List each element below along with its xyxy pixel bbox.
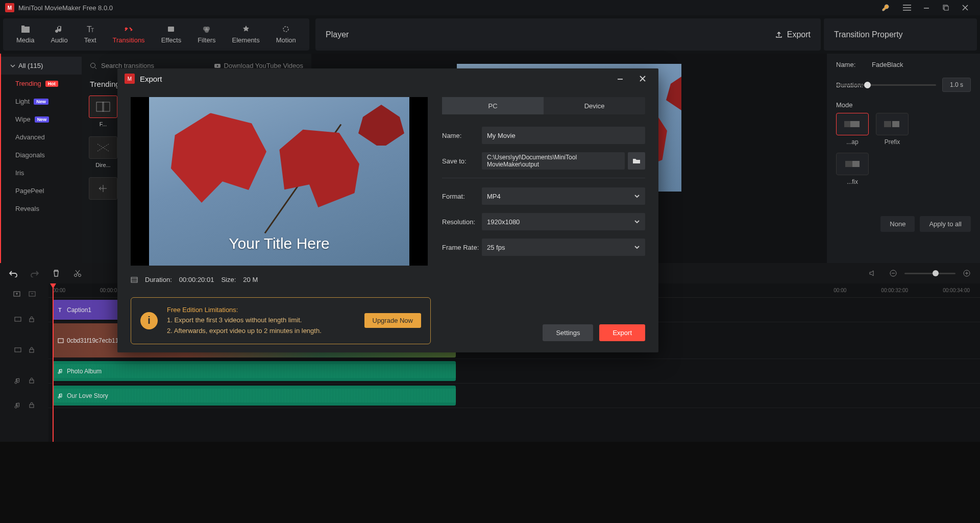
svg-point-10: [283, 27, 288, 32]
seg-pc[interactable]: PC: [442, 97, 544, 114]
audio-track-1[interactable]: Photo Album: [48, 359, 980, 384]
playhead[interactable]: [53, 283, 54, 442]
modal-close-button[interactable]: [634, 70, 651, 87]
zoom-out-icon[interactable]: [887, 267, 899, 279]
badge-new: New: [34, 99, 48, 105]
zoom-control: [887, 267, 973, 279]
svg-rect-34: [58, 339, 63, 343]
apply-all-button[interactable]: Apply to all: [920, 216, 971, 232]
transition-thumb[interactable]: [89, 177, 117, 203]
export-saveto-input[interactable]: C:\Users\yyl\Documents\MiniTool MovieMak…: [482, 152, 625, 170]
transition-thumb[interactable]: Dire...: [89, 136, 117, 168]
sidebar-item-wipe[interactable]: WipeNew: [1, 110, 82, 128]
minimize-button[interactable]: [917, 0, 936, 15]
sidebar-item-pagepeel[interactable]: PagePeel: [1, 182, 82, 200]
audio-track-icon: [14, 401, 21, 409]
sidebar-item-iris[interactable]: Iris: [1, 164, 82, 182]
app-logo-icon: M: [5, 3, 14, 12]
framerate-select[interactable]: 25 fps: [482, 239, 645, 256]
audio-clip[interactable]: Photo Album: [53, 361, 456, 381]
delete-icon[interactable]: [50, 267, 62, 279]
svg-rect-28: [30, 319, 34, 322]
property-panel: Name:FadeBlack Duration: 1.0 s Mode ...a…: [827, 54, 980, 263]
track-head-add[interactable]: [0, 287, 48, 301]
modal-minimize-button[interactable]: [611, 70, 629, 87]
tab-transitions[interactable]: Transitions: [105, 21, 153, 47]
svg-rect-29: [15, 348, 21, 352]
svg-text:T: T: [91, 28, 94, 33]
undo-icon[interactable]: [7, 267, 19, 279]
text-clip-icon: T: [58, 307, 64, 313]
tab-effects[interactable]: Effects: [153, 21, 190, 47]
modal-footer: Settings Export: [543, 324, 645, 341]
audio-detach-icon[interactable]: [866, 267, 878, 279]
duration-slider[interactable]: [836, 84, 936, 86]
modal-logo-icon: M: [125, 74, 135, 84]
badge-hot: Hot: [45, 81, 58, 87]
prop-name-value: FadeBlack: [872, 61, 903, 68]
upgrade-button[interactable]: Upgrade Now: [364, 313, 422, 328]
tab-text[interactable]: TTText: [76, 21, 105, 47]
svg-rect-6: [168, 27, 174, 32]
resolution-select[interactable]: 1920x1080: [482, 213, 645, 230]
svg-rect-30: [30, 349, 34, 352]
sidebar-item-reveals[interactable]: Reveals: [1, 200, 82, 218]
license-key-icon[interactable]: [876, 0, 895, 15]
audio-track-2[interactable]: Our Love Story: [48, 384, 980, 408]
maximize-button[interactable]: [936, 0, 955, 15]
browse-folder-button[interactable]: [628, 152, 645, 170]
tab-filters[interactable]: Filters: [189, 21, 224, 47]
text-track-icon: [14, 316, 21, 323]
export-confirm-button[interactable]: Export: [599, 324, 645, 341]
svg-point-21: [75, 274, 77, 277]
lock-icon[interactable]: [29, 377, 35, 384]
main-tabs: Media Audio TTText Transitions Effects F…: [3, 18, 309, 51]
svg-rect-20: [852, 161, 860, 167]
apply-none-button[interactable]: None: [880, 216, 915, 232]
transition-thumb[interactable]: F...: [89, 96, 117, 127]
svg-rect-17: [884, 121, 891, 127]
sidebar-item-trending[interactable]: TrendingHot: [1, 75, 82, 92]
player-header: Player Export: [315, 18, 821, 51]
audio-clip-icon: [58, 393, 64, 399]
export-link[interactable]: Export: [775, 30, 811, 39]
duration-value[interactable]: 1.0 s: [942, 78, 971, 92]
lock-icon[interactable]: [29, 316, 35, 323]
export-name-input[interactable]: My Movie: [482, 127, 645, 144]
tab-audio[interactable]: Audio: [42, 21, 76, 47]
hamburger-menu-icon[interactable]: [897, 0, 917, 15]
sidebar-item-diagonals[interactable]: Diagonals: [1, 146, 82, 164]
seg-device[interactable]: Device: [544, 97, 645, 114]
zoom-in-icon[interactable]: [961, 267, 973, 279]
format-select[interactable]: MP4: [482, 187, 645, 205]
cut-icon[interactable]: [71, 267, 84, 279]
tab-motion[interactable]: Motion: [268, 21, 304, 47]
audio-clip[interactable]: Our Love Story: [53, 386, 456, 406]
free-edition-notice: i Free Edition Limitations: 1. Export th…: [131, 297, 431, 344]
mode-prefix[interactable]: [876, 113, 909, 135]
category-sidebar: All (115) TrendingHot LightNew WipeNew A…: [0, 54, 82, 263]
svg-text:T: T: [58, 307, 62, 313]
zoom-slider[interactable]: [904, 273, 955, 274]
redo-icon[interactable]: [29, 267, 41, 279]
svg-rect-32: [30, 405, 34, 408]
tab-media[interactable]: Media: [8, 21, 42, 47]
badge-new: New: [35, 116, 50, 123]
export-settings-button[interactable]: Settings: [543, 324, 593, 341]
chevron-down-icon: [10, 63, 15, 68]
mode-suffix[interactable]: [836, 153, 869, 175]
lock-icon[interactable]: [29, 401, 35, 409]
audio-clip-icon: [58, 368, 64, 374]
tab-elements[interactable]: Elements: [224, 21, 268, 47]
info-icon: i: [140, 312, 158, 329]
app-title: MiniTool MovieMaker Free 8.0.0: [18, 4, 113, 12]
lock-icon[interactable]: [29, 346, 35, 353]
sidebar-all[interactable]: All (115): [1, 57, 82, 75]
caption-clip[interactable]: T Caption1: [53, 300, 124, 320]
sidebar-item-light[interactable]: LightNew: [1, 92, 82, 110]
export-target-segment: PC Device: [442, 97, 645, 114]
mode-overlap[interactable]: [836, 113, 869, 135]
close-button[interactable]: [955, 0, 975, 15]
export-preview: Your Title Here: [131, 97, 428, 266]
sidebar-item-advanced[interactable]: Advanced: [1, 128, 82, 146]
